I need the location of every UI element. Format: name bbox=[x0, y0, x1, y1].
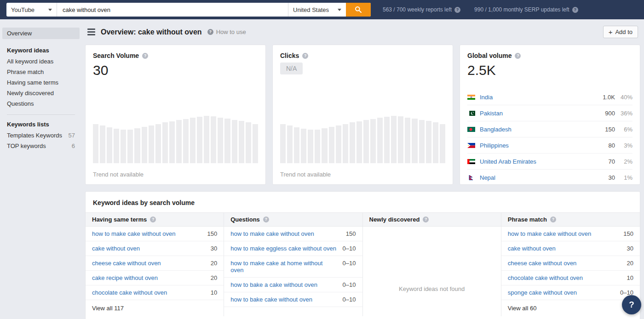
country-link[interactable]: Pakistan bbox=[480, 110, 605, 117]
keyword-volume: 10 bbox=[627, 274, 633, 281]
trend-bar bbox=[169, 121, 175, 163]
sidebar-item-top-keywords[interactable]: TOP keywords6 bbox=[0, 141, 82, 151]
sidebar-group-title: Keyword ideas bbox=[0, 41, 82, 56]
country-link[interactable]: Nepal bbox=[480, 174, 609, 181]
menu-icon[interactable] bbox=[87, 28, 95, 35]
question-icon[interactable]: ? bbox=[454, 7, 460, 13]
keyword-volume: 20 bbox=[211, 260, 217, 267]
ideas-column-title: Having same terms bbox=[92, 216, 147, 223]
trend-note: Trend not available bbox=[280, 171, 331, 178]
question-icon[interactable]: ? bbox=[550, 216, 556, 222]
keyword-link[interactable]: how to make cake at home without oven bbox=[230, 260, 337, 273]
question-icon[interactable]: ? bbox=[515, 53, 521, 59]
view-all-link[interactable]: View all 117 bbox=[86, 300, 224, 316]
sidebar-item-label: Newly discovered bbox=[7, 90, 54, 97]
question-icon[interactable]: ? bbox=[423, 216, 429, 222]
help-fab[interactable]: ? bbox=[622, 295, 641, 314]
country-select[interactable]: United States bbox=[288, 3, 346, 17]
trend-bar bbox=[287, 125, 293, 163]
sidebar-item-label: Questions bbox=[7, 100, 34, 107]
engine-select[interactable]: YouTube bbox=[6, 3, 57, 17]
trend-bar bbox=[419, 120, 425, 163]
trend-bar bbox=[100, 125, 105, 163]
sidebar-item-overview[interactable]: Overview bbox=[2, 28, 80, 39]
question-icon[interactable]: ? bbox=[572, 7, 578, 13]
trend-bar bbox=[391, 116, 397, 163]
question-icon[interactable]: ? bbox=[150, 216, 156, 222]
clicks-title: Clicks bbox=[280, 52, 299, 59]
keyword-volume: 10 bbox=[211, 289, 217, 296]
keyword-link[interactable]: chocolate cake without oven bbox=[92, 289, 167, 296]
keyword-link[interactable]: cake recipe without oven bbox=[92, 274, 158, 281]
keyword-link[interactable]: how to bake cake without oven bbox=[230, 296, 312, 303]
how-to-use-link[interactable]: ? How to use bbox=[207, 28, 246, 35]
global-volume-card: Global volume ? 2.5K India1.0K40%Pakista… bbox=[460, 45, 640, 185]
trend-bar bbox=[440, 124, 445, 163]
question-icon[interactable]: ? bbox=[142, 53, 148, 59]
keyword-volume: 0–10 bbox=[343, 296, 356, 303]
keyword-link[interactable]: sponge cake without oven bbox=[508, 289, 577, 296]
sidebar-item-questions[interactable]: Questions bbox=[0, 98, 82, 109]
keyword-link[interactable]: how to make cake without oven bbox=[92, 230, 175, 237]
search-volume-trend-chart bbox=[93, 116, 258, 163]
keyword-volume: 0–10 bbox=[343, 260, 356, 273]
country-link[interactable]: India bbox=[480, 94, 603, 101]
add-to-button[interactable]: + Add to bbox=[603, 26, 638, 38]
keyword-row: how to make cake without oven150 bbox=[86, 227, 224, 241]
trend-bar bbox=[183, 119, 189, 163]
search-volume-card: Search Volume ? 30 Trend not available bbox=[85, 45, 266, 185]
country-link[interactable]: Bangladesh bbox=[480, 126, 605, 133]
sidebar-item-having-same-terms[interactable]: Having same terms bbox=[0, 77, 82, 88]
trend-bar bbox=[176, 120, 182, 163]
sidebar-item-all-keyword-ideas[interactable]: All keyword ideas bbox=[0, 56, 82, 67]
ideas-column-having-same-terms: Having same terms?how to make cake witho… bbox=[86, 212, 224, 316]
country-link[interactable]: United Arab Emirates bbox=[480, 158, 609, 165]
country-row: United Arab Emirates702% bbox=[467, 154, 632, 170]
keyword-volume: 30 bbox=[211, 245, 217, 252]
keyword-volume: 20 bbox=[627, 260, 633, 267]
question-icon[interactable]: ? bbox=[302, 53, 308, 59]
keyword-link[interactable]: how to bake a cake without oven bbox=[230, 281, 317, 288]
trend-bar bbox=[155, 124, 161, 163]
country-link[interactable]: Philippines bbox=[480, 142, 609, 149]
country-percent: 1% bbox=[615, 174, 632, 181]
keyword-link[interactable]: how to make eggless cake without oven bbox=[230, 245, 336, 252]
view-all-link[interactable]: View all 60 bbox=[501, 300, 640, 316]
sidebar-item-label: Templates Keywords bbox=[7, 132, 62, 139]
trend-bar bbox=[384, 117, 390, 163]
keyword-link[interactable]: chocolate cake without oven bbox=[508, 274, 583, 281]
question-icon[interactable]: ? bbox=[263, 216, 269, 222]
keyword-link[interactable]: how to make cake without oven bbox=[230, 230, 314, 237]
search-input[interactable] bbox=[57, 3, 288, 17]
ideas-column-header: Phrase match? bbox=[501, 212, 640, 227]
keyword-link[interactable]: how to make cake without oven bbox=[508, 230, 591, 237]
trend-bar bbox=[232, 120, 237, 163]
sidebar-item-templates-keywords[interactable]: Templates Keywords57 bbox=[0, 130, 82, 141]
serp-updates-quota: 990 / 1,000 monthly SERP updates left ? bbox=[474, 6, 578, 13]
country-row: Nepal301% bbox=[467, 170, 632, 186]
trend-bar bbox=[253, 124, 258, 163]
ideas-column-newly-discovered: Newly discovered?Keyword ideas not found bbox=[363, 212, 501, 316]
sidebar-groups: Keyword ideasAll keyword ideasPhrase mat… bbox=[0, 41, 82, 151]
keyword-link[interactable]: cheese cake without oven bbox=[92, 260, 161, 267]
trend-bar bbox=[142, 127, 147, 163]
trend-bar bbox=[336, 125, 341, 163]
clicks-card: Clicks ? N/A Trend not available bbox=[272, 45, 453, 185]
search-button[interactable] bbox=[346, 3, 371, 17]
keyword-ideas-card: Keyword ideas by search volume Having sa… bbox=[85, 191, 640, 319]
trend-bar bbox=[162, 122, 168, 163]
sidebar-item-newly-discovered[interactable]: Newly discovered bbox=[0, 88, 82, 98]
page-header: Overview: cake without oven ? How to use… bbox=[85, 19, 640, 45]
keyword-row: cheese cake without oven20 bbox=[86, 256, 224, 271]
keyword-link[interactable]: cheese cake without oven bbox=[508, 260, 577, 267]
clicks-na-badge: N/A bbox=[280, 63, 303, 74]
flag-bangladesh bbox=[467, 127, 475, 132]
trend-bar bbox=[134, 128, 140, 163]
sidebar-item-phrase-match[interactable]: Phrase match bbox=[0, 67, 82, 77]
how-to-use-label: How to use bbox=[216, 28, 246, 35]
keyword-row: cake without oven30 bbox=[86, 241, 224, 256]
sidebar-item-count: 57 bbox=[69, 132, 75, 139]
keyword-link[interactable]: cake without oven bbox=[508, 245, 556, 252]
keyword-row: chocolate cake without oven10 bbox=[501, 271, 640, 285]
keyword-link[interactable]: cake without oven bbox=[92, 245, 140, 252]
